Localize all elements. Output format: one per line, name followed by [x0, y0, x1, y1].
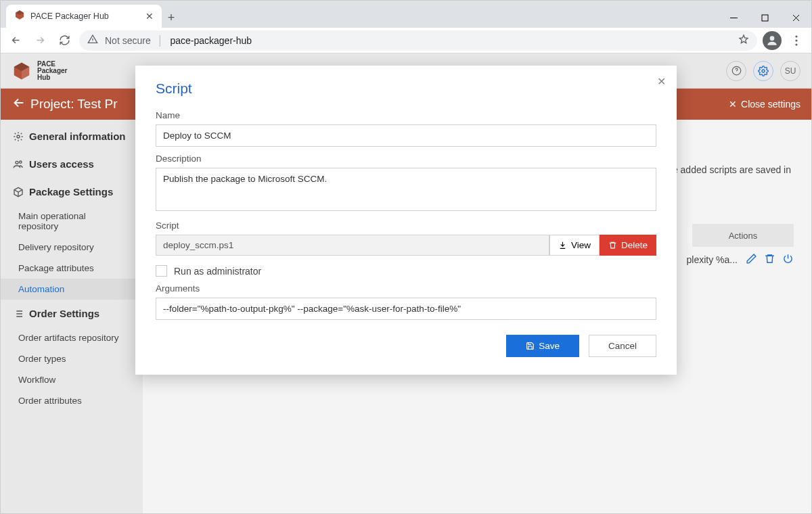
svg-rect-0	[762, 15, 768, 21]
url-text: pace-packager-hub	[170, 35, 252, 46]
delete-button[interactable]: Delete	[600, 235, 656, 256]
close-tab-icon[interactable]: ✕	[145, 11, 154, 22]
description-label: Description	[156, 154, 656, 164]
save-button-label: Save	[539, 341, 560, 351]
warning-icon	[87, 34, 98, 47]
svg-point-4	[795, 43, 797, 45]
script-label: Script	[156, 220, 656, 231]
script-file-display: deploy_sccm.ps1	[156, 235, 549, 256]
arguments-input[interactable]	[156, 298, 656, 320]
window-controls	[718, 7, 811, 28]
browser-tab[interactable]: PACE Packager Hub ✕	[6, 5, 162, 28]
url-omnibox[interactable]: Not secure │ pace-packager-hub	[79, 30, 757, 51]
browser-address-bar: Not secure │ pace-packager-hub	[1, 28, 811, 53]
modal-close-button[interactable]: ✕	[657, 75, 666, 88]
cube-icon	[14, 9, 25, 23]
save-button[interactable]: Save	[506, 335, 579, 357]
svg-point-1	[770, 36, 775, 41]
new-tab-button[interactable]: +	[162, 11, 181, 28]
script-modal: ✕ Script Name Description Script deploy_…	[135, 66, 677, 375]
browser-menu-button[interactable]	[787, 35, 806, 46]
save-icon	[526, 342, 535, 350]
run-as-admin-checkbox[interactable]	[156, 265, 167, 277]
back-button[interactable]	[6, 31, 25, 50]
name-input[interactable]	[156, 124, 656, 147]
download-icon	[558, 241, 567, 250]
modal-title: Script	[156, 80, 656, 97]
cancel-button[interactable]: Cancel	[589, 335, 656, 357]
delete-button-label: Delete	[621, 240, 648, 250]
trash-icon	[608, 241, 617, 250]
view-button[interactable]: View	[549, 235, 600, 256]
star-icon[interactable]	[738, 34, 749, 47]
tab-title: PACE Packager Hub	[30, 11, 140, 21]
forward-button[interactable]	[30, 31, 49, 50]
maximize-button[interactable]	[749, 7, 780, 28]
svg-point-3	[795, 39, 797, 41]
modal-backdrop: ✕ Script Name Description Script deploy_…	[1, 53, 811, 513]
reload-button[interactable]	[55, 31, 74, 50]
close-window-button[interactable]	[780, 7, 811, 28]
description-input[interactable]	[156, 168, 656, 211]
arguments-label: Arguments	[156, 283, 656, 294]
minimize-button[interactable]	[718, 7, 749, 28]
svg-point-2	[795, 35, 797, 37]
profile-avatar-button[interactable]	[763, 31, 782, 50]
run-as-admin-label: Run as administrator	[174, 266, 261, 277]
not-secure-label: Not secure	[105, 35, 151, 46]
cancel-button-label: Cancel	[608, 341, 637, 351]
view-button-label: View	[571, 240, 591, 250]
browser-title-bar: PACE Packager Hub ✕ +	[1, 1, 811, 28]
name-label: Name	[156, 110, 656, 120]
